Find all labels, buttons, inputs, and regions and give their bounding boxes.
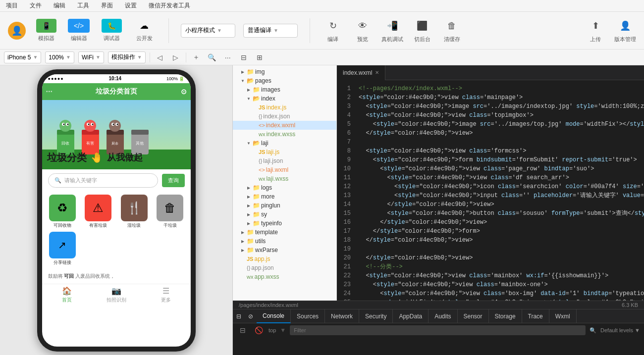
menu-tools[interactable]: 工具 xyxy=(75,0,91,11)
version-button[interactable]: 👤 版本管理 xyxy=(614,18,636,43)
bin-dry[interactable]: 🗑 干垃圾 xyxy=(154,195,187,229)
phone-search-button[interactable]: 查询 xyxy=(162,174,185,187)
bottom-clear-icon[interactable]: ⊘ xyxy=(245,310,257,322)
clearcache-button[interactable]: 🗑 清缓存 xyxy=(441,18,463,43)
tree-folder-wxparse[interactable]: ▶ 📁 wxParse xyxy=(233,246,336,254)
phone-frame: ●●●●● 10:14 100% 🔋 ··· 垃圾分类首页 ⊙ xyxy=(37,69,196,352)
filter-clear-icon[interactable]: 🚫 xyxy=(253,324,265,336)
tree-file-laji-wxss[interactable]: wx laji.wxss xyxy=(233,174,336,183)
tree-file-app-wxss[interactable]: wx app.wxss xyxy=(233,272,336,281)
preview-button[interactable]: 👁 预览 xyxy=(352,18,374,43)
device-dropdown[interactable]: iPhone 5 ▼ xyxy=(4,51,41,63)
code-editor: index.wxml ✕ 123456789101112131415161718… xyxy=(337,65,644,301)
tree-file-laji-js[interactable]: JS laji.js xyxy=(233,148,336,156)
rotate-left-btn[interactable]: ◁ xyxy=(154,51,166,63)
operation-dropdown[interactable]: 模拟操作 ▼ xyxy=(108,51,146,63)
tab-audits[interactable]: Audits xyxy=(429,309,457,323)
mode-dropdown[interactable]: 小程序模式 ▼ xyxy=(181,24,235,38)
tree-file-app-js[interactable]: JS app.js xyxy=(233,254,336,263)
wxss-icon-laji: wx xyxy=(259,176,265,182)
tree-file-index-wxml[interactable]: <> index.wxml xyxy=(233,121,336,130)
editor-tab-index-wxml[interactable]: index.wxml ✕ xyxy=(337,65,385,80)
svg-text:其他: 其他 xyxy=(136,141,144,146)
tree-folder-utils[interactable]: ▶ 📁 utils xyxy=(233,237,336,246)
compile-button[interactable]: ↻ 编译 xyxy=(322,18,344,43)
tab-security[interactable]: Security xyxy=(359,309,393,323)
camera-icon: 📷 xyxy=(111,286,121,296)
code-line: <style="color:#4ec9b0;">icon class='sear… xyxy=(359,182,644,191)
tab-storage[interactable]: Storage xyxy=(489,309,522,323)
file-info-bar: /pages/index/index.wxml 6.3 KB xyxy=(233,301,644,309)
simulator-button[interactable]: 📱 模拟器 xyxy=(34,19,58,42)
tree-file-index-json[interactable]: {} index.json xyxy=(233,112,336,121)
tab-close-icon[interactable]: ✕ xyxy=(375,70,379,75)
add-btn[interactable]: ＋ xyxy=(190,51,202,63)
tree-folder-images[interactable]: ▶ 📁 images xyxy=(233,85,336,94)
tree-folder-logs[interactable]: ▶ 📁 logs xyxy=(233,183,336,192)
filter-input[interactable] xyxy=(290,325,586,335)
realdevice-button[interactable]: 📲 真机调试 xyxy=(381,18,403,43)
tab-camera[interactable]: 📷 拍照识别 xyxy=(92,286,141,304)
code-lines[interactable]: <!--pages/index/index.wxml--><style="col… xyxy=(355,80,644,301)
tree-folder-index[interactable]: ▼ 📂 index xyxy=(233,94,336,103)
menu-settings[interactable]: 设置 xyxy=(123,0,139,11)
tab-trace[interactable]: Trace xyxy=(522,309,549,323)
bottom-panel-icon[interactable]: ⊟ xyxy=(233,310,245,322)
tree-folder-more[interactable]: ▶ 📁 more xyxy=(233,192,336,201)
search-btn[interactable]: 🔍 xyxy=(206,51,218,63)
menu-project[interactable]: 项目 xyxy=(4,0,20,11)
code-line: <style="color:#4ec9b0;">input class='' p… xyxy=(359,191,644,200)
code-line: <style="color:#4ec9b0;">button class='so… xyxy=(359,209,644,218)
compile-dropdown[interactable]: 普通编译 ▼ xyxy=(243,24,298,38)
menu-file[interactable]: 文件 xyxy=(28,0,44,11)
tree-folder-typeinfo[interactable]: ▶ 📁 typeinfo xyxy=(233,219,336,228)
tree-folder-img[interactable]: ▶ 📁 img xyxy=(233,67,336,76)
tree-folder-template[interactable]: ▶ 📁 template xyxy=(233,228,336,237)
editor-button[interactable]: </> 编辑器 xyxy=(66,19,91,42)
tab-home[interactable]: 🏠 首页 xyxy=(42,286,92,304)
tree-file-laji-wxml[interactable]: <> laji.wxml xyxy=(233,165,336,174)
tree-file-index-js[interactable]: JS index.js xyxy=(233,103,336,112)
split-btn[interactable]: ⊞ xyxy=(254,51,266,63)
tree-folder-sy[interactable]: ▶ 📁 sy xyxy=(233,210,336,219)
cloud-button[interactable]: ☁ 云开发 xyxy=(132,19,157,42)
tree-folder-laji[interactable]: ▼ 📂 laji xyxy=(233,139,336,148)
debugger-button[interactable]: 🐛 调试器 xyxy=(99,19,124,42)
tree-file-laji-json[interactable]: {} laji.json xyxy=(233,156,336,165)
tree-file-index-wxss[interactable]: wx index.wxss xyxy=(233,130,336,139)
bin-kitchen[interactable]: 🍴 湿垃圾 xyxy=(118,195,151,229)
tree-folder-pages[interactable]: ▼ 📂 pages xyxy=(233,76,336,85)
rotate-right-btn[interactable]: ▷ xyxy=(170,51,182,63)
tab-appdata[interactable]: AppData xyxy=(393,309,429,323)
menu-wechat-devtools[interactable]: 微信开发者工具 xyxy=(147,0,192,11)
filter-toggle-icon[interactable]: ⊟ xyxy=(237,324,249,336)
phone-search-input[interactable]: 🔍 请输入关键字 xyxy=(48,173,158,188)
tab-sensor[interactable]: Sensor xyxy=(458,309,489,323)
folder-icon-more: 📁 xyxy=(253,193,260,200)
zoom-chevron-icon: ▼ xyxy=(66,54,71,60)
phone-area: ●●●●● 10:14 100% 🔋 ··· 垃圾分类首页 ⊙ xyxy=(0,65,233,355)
panel-btn[interactable]: ⊟ xyxy=(238,51,250,63)
tab-more[interactable]: ☰ 更多 xyxy=(141,286,191,304)
tab-filename: index.wxml xyxy=(343,69,372,76)
folder-arrow-sy: ▶ xyxy=(246,212,252,217)
zoom-dropdown[interactable]: 100% ▼ xyxy=(45,51,74,63)
backend-button[interactable]: ⬛ 切后台 xyxy=(411,18,433,43)
tree-label-template: template xyxy=(255,229,278,236)
tab-console[interactable]: Console xyxy=(257,309,291,323)
tree-file-app-json[interactable]: {} app.json xyxy=(233,263,336,272)
tab-wxml[interactable]: Wxml xyxy=(549,309,577,323)
tab-sources[interactable]: Sources xyxy=(291,309,325,323)
network-dropdown[interactable]: WiFi ▼ xyxy=(78,51,104,63)
tree-folder-pinglun[interactable]: ▶ 📁 pinglun xyxy=(233,201,336,210)
more-btn[interactable]: ··· xyxy=(222,51,234,63)
bin-recyclable[interactable]: ♻ 可回收物 xyxy=(46,195,79,229)
bin-share[interactable]: ↗ 分享链接 xyxy=(46,232,79,266)
home-icon: 🏠 xyxy=(62,286,72,296)
upload-button[interactable]: ⬆ 上传 xyxy=(585,18,606,43)
bin-hazardous[interactable]: ⚠ 有害垃圾 xyxy=(82,195,115,229)
tree-label-index-wxss: index.wxss xyxy=(266,131,295,138)
tab-network[interactable]: Network xyxy=(325,309,359,323)
menu-ui[interactable]: 界面 xyxy=(99,0,115,11)
menu-edit[interactable]: 编辑 xyxy=(52,0,67,11)
